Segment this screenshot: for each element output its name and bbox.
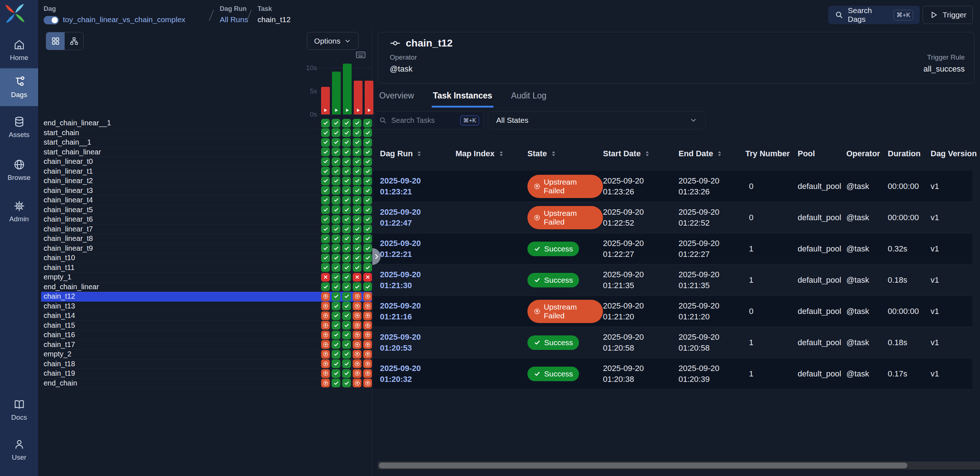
breadcrumb-dag-name[interactable]: toy_chain_linear_vs_chain_complex [63, 15, 185, 24]
task-instance-cell[interactable] [342, 186, 351, 195]
task-instance-cell[interactable] [332, 302, 340, 310]
task-row[interactable]: empty_1 [41, 272, 372, 282]
task-row[interactable]: chain_linear_t0 [41, 157, 372, 167]
task-instance-cell[interactable] [321, 292, 330, 301]
task-instance-cell[interactable] [363, 119, 372, 127]
dag-run-link[interactable]: 2025-09-2001:20:53 [380, 332, 455, 353]
task-instance-cell[interactable] [321, 331, 330, 339]
task-name[interactable]: start_chain_linear [44, 148, 321, 156]
task-instance-cell[interactable] [332, 215, 340, 224]
task-instance-cell[interactable] [353, 234, 361, 243]
sidebar-item-assets[interactable]: Assets [0, 109, 38, 145]
task-instance-row[interactable]: 2025-09-2001:20:32Success2025-09-2001:20… [372, 358, 972, 390]
task-instance-cell[interactable] [363, 157, 372, 166]
task-row[interactable]: chain_t12 [41, 292, 372, 302]
task-name[interactable]: chain_linear_t2 [44, 177, 321, 185]
state-filter-select[interactable]: All States [488, 111, 706, 129]
task-name[interactable]: chain_linear_t0 [44, 157, 321, 166]
task-instance-cell[interactable] [332, 350, 340, 359]
task-instance-cell[interactable] [363, 167, 372, 175]
task-instance-cell[interactable] [321, 205, 330, 214]
task-instance-cell[interactable] [321, 273, 330, 282]
task-name[interactable]: empty_1 [44, 273, 321, 281]
task-instance-cell[interactable] [321, 138, 330, 147]
dag-run-link[interactable]: 2025-09-2001:20:32 [380, 363, 455, 385]
task-instance-cell[interactable] [363, 379, 372, 387]
task-instance-cell[interactable] [332, 234, 340, 243]
task-instance-cell[interactable] [332, 254, 340, 262]
task-row[interactable]: chain_linear_t5 [41, 205, 372, 215]
task-name[interactable]: chain_linear_t3 [44, 186, 321, 195]
search-dags-button[interactable]: Search Dags ⌘+K [828, 6, 920, 24]
dag-run-link[interactable]: 2025-09-2001:22:21 [380, 238, 455, 260]
task-name[interactable]: chain_t14 [44, 311, 321, 320]
task-instance-row[interactable]: 2025-09-2001:21:16Upstream Failed2025-09… [372, 296, 972, 327]
task-row[interactable]: chain_t16 [41, 330, 372, 340]
task-instance-cell[interactable] [342, 331, 351, 339]
task-name[interactable]: chain_t19 [44, 369, 321, 377]
task-name[interactable]: chain_t17 [44, 341, 321, 349]
task-instance-row[interactable]: 2025-09-2001:22:47Upstream Failed2025-09… [372, 202, 972, 233]
task-instance-cell[interactable] [353, 254, 361, 262]
task-instance-cell[interactable] [353, 292, 361, 301]
task-instance-cell[interactable] [363, 321, 372, 330]
task-instance-cell[interactable] [342, 148, 351, 156]
task-instance-cell[interactable] [342, 302, 351, 310]
task-instance-cell[interactable] [321, 282, 330, 291]
task-row[interactable]: chain_t11 [41, 263, 372, 273]
task-instance-cell[interactable] [321, 157, 330, 166]
task-instance-cell[interactable] [321, 119, 330, 127]
task-instance-cell[interactable] [332, 205, 340, 214]
task-instance-cell[interactable] [363, 205, 372, 214]
task-instance-cell[interactable] [321, 254, 330, 262]
task-instance-cell[interactable] [342, 128, 351, 137]
task-instance-cell[interactable] [353, 128, 361, 137]
task-instance-cell[interactable] [321, 148, 330, 156]
breadcrumb-dagrun-value[interactable]: All Runs [220, 15, 248, 24]
task-instance-cell[interactable] [353, 359, 361, 368]
dag-run-link[interactable]: 2025-09-2001:23:21 [380, 175, 455, 197]
task-instance-cell[interactable] [321, 196, 330, 205]
task-instance-cell[interactable] [342, 292, 351, 301]
task-instance-cell[interactable] [321, 379, 330, 387]
task-instance-cell[interactable] [321, 369, 330, 378]
task-row[interactable]: chain_linear_t9 [41, 244, 372, 254]
task-name[interactable]: chain_t10 [44, 254, 321, 262]
task-name[interactable]: chain_linear_t1 [44, 167, 321, 175]
task-instance-cell[interactable] [342, 224, 351, 233]
task-row[interactable]: chain_t15 [41, 321, 372, 331]
task-instance-cell[interactable] [332, 369, 340, 378]
task-instance-cell[interactable] [353, 148, 361, 156]
task-row[interactable]: end_chain [41, 379, 372, 388]
task-row[interactable]: chain_linear_t1 [41, 167, 372, 177]
task-instance-cell[interactable] [342, 350, 351, 359]
task-instance-cell[interactable] [332, 282, 340, 291]
task-instance-cell[interactable] [353, 215, 361, 224]
task-instance-cell[interactable] [363, 331, 372, 339]
task-instance-cell[interactable] [321, 311, 330, 320]
task-name[interactable]: start_chain [44, 129, 321, 137]
task-name[interactable]: empty_2 [44, 350, 321, 358]
task-instance-row[interactable]: 2025-09-2001:20:53Success2025-09-2001:20… [372, 327, 972, 358]
task-instance-cell[interactable] [353, 340, 361, 349]
task-instance-cell[interactable] [332, 379, 340, 387]
task-name[interactable]: chain_linear_t6 [44, 215, 321, 223]
task-instance-cell[interactable] [363, 186, 372, 195]
task-instance-cell[interactable] [353, 119, 361, 127]
task-instance-cell[interactable] [342, 282, 351, 291]
task-instance-row[interactable]: 2025-09-2001:22:21Success2025-09-2001:22… [372, 233, 972, 264]
dag-run-link[interactable]: 2025-09-2001:21:16 [380, 301, 455, 322]
task-instance-cell[interactable] [342, 263, 351, 272]
sidebar-item-dags[interactable]: Dags [0, 68, 38, 106]
task-instance-cell[interactable] [342, 196, 351, 205]
task-row[interactable]: chain_t17 [41, 340, 372, 350]
task-instance-cell[interactable] [353, 311, 361, 320]
task-name[interactable]: chain_linear_t5 [44, 206, 321, 214]
task-instance-cell[interactable] [363, 292, 372, 301]
task-name[interactable]: chain_t13 [44, 302, 321, 310]
sidebar-item-docs[interactable]: Docs [0, 392, 38, 428]
task-instance-cell[interactable] [342, 205, 351, 214]
task-instance-cell[interactable] [353, 186, 361, 195]
task-instance-cell[interactable] [342, 379, 351, 387]
task-instance-cell[interactable] [353, 331, 361, 339]
